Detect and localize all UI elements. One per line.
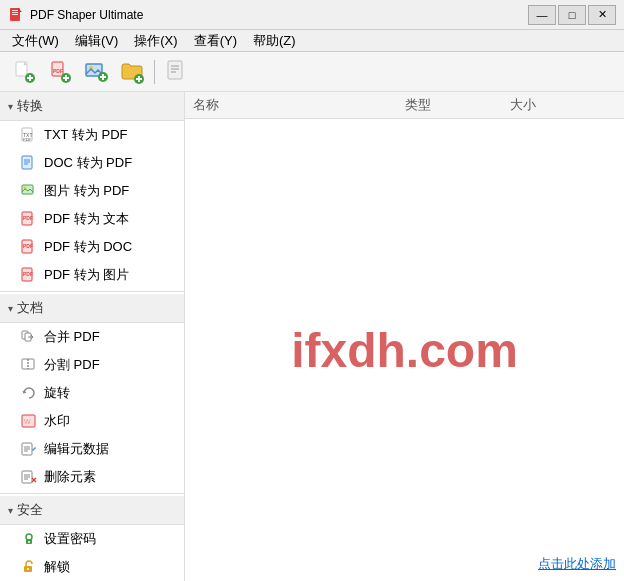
app-title: PDF Shaper Ultimate [30, 8, 143, 22]
title-bar: PDF Shaper Ultimate — □ ✕ [0, 0, 624, 30]
sidebar-item-rotate-label: 旋转 [44, 384, 70, 402]
sidebar-item-merge-pdf[interactable]: 合并 PDF [0, 323, 184, 351]
unlock-icon [20, 558, 38, 576]
arrow-convert-icon: ▾ [8, 101, 13, 112]
svg-text:PDF: PDF [23, 137, 32, 142]
window-controls: — □ ✕ [528, 5, 616, 25]
sidebar-item-watermark-label: 水印 [44, 412, 70, 430]
sidebar-item-img-to-pdf[interactable]: 图片 转为 PDF [0, 177, 184, 205]
menu-operation[interactable]: 操作(X) [126, 30, 185, 52]
sidebar-item-set-password-label: 设置密码 [44, 530, 96, 548]
toolbar-image[interactable] [80, 56, 112, 88]
svg-rect-3 [12, 14, 18, 15]
sidebar: ▾ 转换 TXT PDF TXT 转为 PDF [0, 92, 185, 581]
hint-link[interactable]: 点击此处添加 [538, 555, 616, 573]
rotate-icon [20, 384, 38, 402]
sidebar-item-edit-meta-label: 编辑元数据 [44, 440, 109, 458]
svg-point-61 [28, 541, 30, 543]
sidebar-section-convert-items: TXT PDF TXT 转为 PDF DOC 转为 PDF [0, 121, 184, 289]
menu-edit[interactable]: 编辑(V) [67, 30, 126, 52]
svg-point-63 [27, 568, 29, 570]
sidebar-item-pdf-to-text[interactable]: PDF PDF 转为 文本 [0, 205, 184, 233]
sidebar-item-pdf-to-doc-label: PDF 转为 DOC [44, 238, 132, 256]
toolbar-folder[interactable] [116, 56, 148, 88]
svg-text:PDF: PDF [53, 68, 63, 74]
merge-pdf-icon [20, 328, 38, 346]
pdf-to-img-icon: PDF [20, 266, 38, 284]
svg-rect-23 [168, 61, 182, 79]
minimize-btn[interactable]: — [528, 5, 556, 25]
doc-to-pdf-icon [20, 154, 38, 172]
sidebar-item-txt-to-pdf-label: TXT 转为 PDF [44, 126, 128, 144]
sidebar-item-set-password[interactable]: 设置密码 [0, 525, 184, 553]
txt-to-pdf-icon: TXT PDF [20, 126, 38, 144]
sidebar-item-txt-to-pdf[interactable]: TXT PDF TXT 转为 PDF [0, 121, 184, 149]
sidebar-item-img-to-pdf-label: 图片 转为 PDF [44, 182, 129, 200]
sidebar-item-pdf-to-text-label: PDF 转为 文本 [44, 210, 129, 228]
sidebar-section-docs[interactable]: ▾ 文档 [0, 294, 184, 323]
watermark-icon: W [20, 412, 38, 430]
sidebar-item-pdf-to-img[interactable]: PDF PDF 转为 图片 [0, 261, 184, 289]
sidebar-item-delete-element[interactable]: 删除元素 [0, 463, 184, 491]
svg-rect-1 [12, 10, 18, 11]
toolbar: PDF [0, 52, 624, 92]
content-area: 名称 类型 大小 ifxdh.com 点击此处添加 [185, 92, 624, 581]
sidebar-item-watermark[interactable]: W 水印 [0, 407, 184, 435]
sidebar-item-pdf-to-doc[interactable]: PDF PDF 转为 DOC [0, 233, 184, 261]
sidebar-item-edit-meta[interactable]: 编辑元数据 [0, 435, 184, 463]
pdf-to-text-icon: PDF [20, 210, 38, 228]
svg-marker-4 [18, 8, 22, 12]
svg-text:PDF: PDF [23, 215, 33, 221]
watermark-text: ifxdh.com [291, 323, 518, 378]
sidebar-item-unlock[interactable]: 解锁 [0, 553, 184, 581]
sidebar-section-security[interactable]: ▾ 安全 [0, 496, 184, 525]
svg-rect-34 [22, 185, 33, 194]
sidebar-section-security-label: 安全 [17, 501, 43, 519]
svg-rect-2 [12, 12, 18, 13]
edit-meta-icon [20, 440, 38, 458]
arrow-docs-icon: ▾ [8, 303, 13, 314]
sidebar-item-delete-element-label: 删除元素 [44, 468, 96, 486]
menu-help[interactable]: 帮助(Z) [245, 30, 304, 52]
sidebar-item-unlock-label: 解锁 [44, 558, 70, 576]
col-type-header: 类型 [405, 96, 511, 114]
toolbar-add-pdf[interactable]: PDF [44, 56, 76, 88]
close-btn[interactable]: ✕ [588, 5, 616, 25]
sidebar-divider-1 [0, 291, 184, 292]
menu-bar: 文件(W) 编辑(V) 操作(X) 查看(Y) 帮助(Z) [0, 30, 624, 52]
sidebar-section-security-items: 设置密码 解锁 签名 [0, 525, 184, 581]
menu-view[interactable]: 查看(Y) [186, 30, 245, 52]
sidebar-section-convert-label: 转换 [17, 97, 43, 115]
sidebar-item-split-pdf-label: 分割 PDF [44, 356, 100, 374]
pdf-to-doc-icon: PDF [20, 238, 38, 256]
arrow-security-icon: ▾ [8, 505, 13, 516]
split-pdf-icon [20, 356, 38, 374]
toolbar-doc[interactable] [161, 56, 193, 88]
set-password-icon [20, 530, 38, 548]
toolbar-add-file[interactable] [8, 56, 40, 88]
sidebar-item-split-pdf[interactable]: 分割 PDF [0, 351, 184, 379]
sidebar-section-docs-items: 合并 PDF 分割 PDF 旋转 [0, 323, 184, 491]
col-name-header: 名称 [193, 96, 405, 114]
toolbar-separator [154, 60, 155, 84]
sidebar-divider-2 [0, 493, 184, 494]
sidebar-item-rotate[interactable]: 旋转 [0, 379, 184, 407]
svg-text:W: W [24, 418, 31, 425]
file-list: ifxdh.com 点击此处添加 [185, 119, 624, 581]
menu-file[interactable]: 文件(W) [4, 30, 67, 52]
sidebar-item-pdf-to-img-label: PDF 转为 图片 [44, 266, 129, 284]
svg-text:PDF: PDF [23, 271, 33, 277]
maximize-btn[interactable]: □ [558, 5, 586, 25]
sidebar-section-convert[interactable]: ▾ 转换 [0, 92, 184, 121]
sidebar-item-merge-pdf-label: 合并 PDF [44, 328, 100, 346]
sidebar-item-doc-to-pdf[interactable]: DOC 转为 PDF [0, 149, 184, 177]
delete-element-icon [20, 468, 38, 486]
main-layout: ▾ 转换 TXT PDF TXT 转为 PDF [0, 92, 624, 581]
sidebar-item-doc-to-pdf-label: DOC 转为 PDF [44, 154, 132, 172]
app-icon [8, 7, 24, 23]
svg-text:PDF: PDF [23, 243, 33, 249]
img-to-pdf-icon [20, 182, 38, 200]
column-headers: 名称 类型 大小 [185, 92, 624, 119]
col-size-header: 大小 [510, 96, 616, 114]
sidebar-section-docs-label: 文档 [17, 299, 43, 317]
